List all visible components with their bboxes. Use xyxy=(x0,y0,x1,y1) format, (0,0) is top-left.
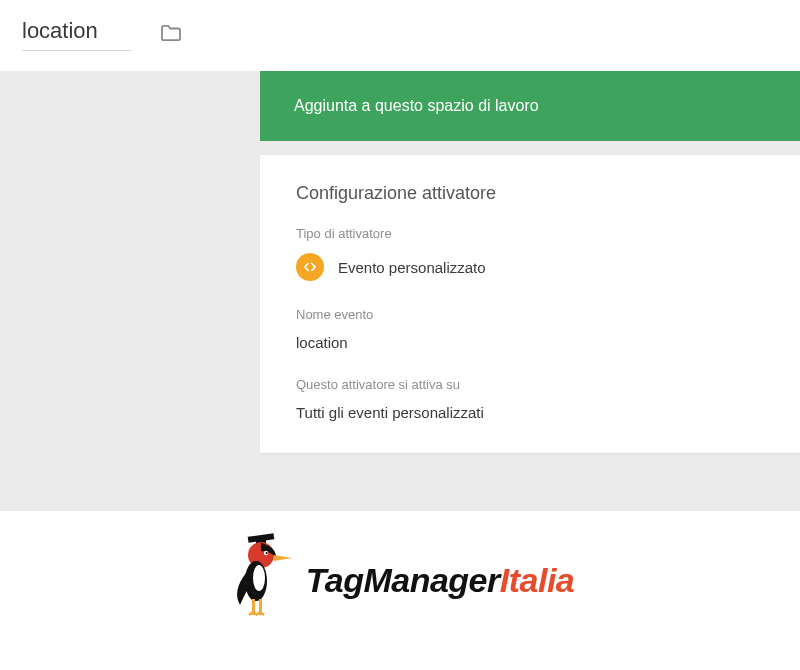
workspace-area: Aggiunta a questo spazio di lavoro Confi… xyxy=(0,71,800,511)
trigger-config-card[interactable]: Configurazione attivatore Tipo di attiva… xyxy=(260,155,800,453)
banner-text: Aggiunta a questo spazio di lavoro xyxy=(294,97,539,114)
event-name-value: location xyxy=(296,334,764,351)
trigger-type-label: Tipo di attivatore xyxy=(296,226,764,241)
event-name-label: Nome evento xyxy=(296,307,764,322)
header-bar: location xyxy=(0,0,800,71)
trigger-type-value: Evento personalizzato xyxy=(338,259,486,276)
folder-icon[interactable] xyxy=(160,24,182,46)
footer-logo: TagManagerItalia xyxy=(0,511,800,627)
card-title: Configurazione attivatore xyxy=(296,183,764,204)
trigger-type-row: Evento personalizzato xyxy=(296,253,764,281)
svg-point-4 xyxy=(265,552,267,554)
workspace-added-banner: Aggiunta a questo spazio di lavoro xyxy=(260,71,800,141)
trigger-name-input[interactable]: location xyxy=(22,18,132,51)
logo-text-part2: Italia xyxy=(500,561,574,599)
fires-on-value: Tutti gli eventi personalizzati xyxy=(296,404,764,421)
logo-text-part1: TagManager xyxy=(306,561,500,599)
custom-event-icon xyxy=(296,253,324,281)
logo-text: TagManagerItalia xyxy=(306,561,575,600)
woodpecker-mascot-icon xyxy=(226,533,296,627)
fires-on-label: Questo attivatore si attiva su xyxy=(296,377,764,392)
svg-marker-5 xyxy=(274,555,292,561)
svg-point-7 xyxy=(253,565,265,591)
